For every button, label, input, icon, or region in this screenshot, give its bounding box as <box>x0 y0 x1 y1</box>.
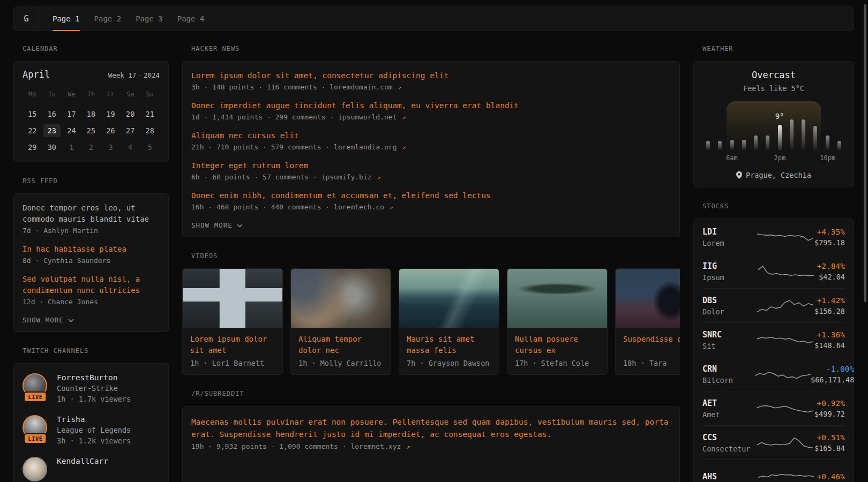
calendar-day: 27 <box>121 122 140 139</box>
stock-name: Ipsum <box>702 273 755 282</box>
calendar-day-header: We <box>62 91 81 106</box>
calendar-day: 26 <box>101 122 121 139</box>
stock-change: +2.84% <box>817 262 845 270</box>
calendar-day-header: Su <box>140 91 160 106</box>
weather-bar <box>790 119 794 150</box>
app-logo: G <box>14 7 39 31</box>
video-card[interactable]: Suspendisse diam 18h · Tara <box>615 268 680 375</box>
weather-bar <box>730 140 734 150</box>
avatar <box>23 457 47 481</box>
stock-ticker: AET <box>702 398 755 408</box>
external-link-icon: ↗ <box>406 443 410 450</box>
weather-bars: 9° <box>706 101 841 150</box>
avatar-wrapper: LIVE <box>23 373 48 398</box>
weather-bar <box>754 135 758 150</box>
stock-ticker: IIG <box>702 261 755 271</box>
video-card[interactable]: Lorem ipsum dolor sit amet consectetu… 1… <box>182 268 283 375</box>
calendar-day: 29 <box>23 139 42 155</box>
stock-row: AET Amet +0.92% $499.72 <box>702 391 845 425</box>
hn-item-title[interactable]: Integer eget rutrum lorem <box>191 160 671 171</box>
video-card[interactable]: Aliquam tempor dolor nec pharetra… 1h · … <box>290 268 391 375</box>
channel-name[interactable]: KendallCarr <box>57 457 108 465</box>
hour-tick-label: 10pm <box>820 154 835 162</box>
calendar-month: April <box>23 69 50 80</box>
weather-section: WEATHER Overcast Feels like 5°C <box>693 45 854 187</box>
stock-price: $795.18 <box>814 238 845 247</box>
rss-show-more-button[interactable]: SHOW MORE <box>23 316 160 324</box>
top-navigation-bar: G Page 1 Page 2 Page 3 Page 4 <box>13 6 854 31</box>
channel-category: Counter-Strike <box>57 384 131 393</box>
calendar-day: 2 <box>81 139 101 155</box>
stock-sparkline <box>755 262 817 281</box>
video-title[interactable]: Suspendisse diam <box>623 334 680 356</box>
channel-name[interactable]: ForrestBurton <box>57 373 131 382</box>
twitch-channel-row[interactable]: LIVE Trisha League of Legends 3h · 1.2k … <box>23 415 160 445</box>
weather-bar <box>813 126 817 150</box>
videos-row: Lorem ipsum dolor sit amet consectetu… 1… <box>182 268 680 375</box>
stock-sparkline <box>755 296 814 315</box>
hacker-news-items: Lorem ipsum dolor sit amet, consectetur … <box>191 70 671 211</box>
stock-name: Consectetur <box>702 445 755 453</box>
calendar-day: 22 <box>23 122 42 139</box>
stock-name: Amet <box>702 410 755 419</box>
rss-item-title[interactable]: Donec tempor eros leo, ut commodo mauris… <box>23 202 160 225</box>
page-tab[interactable]: Page 1 <box>53 7 80 31</box>
video-card[interactable]: Nullam posuere cursus ex 17h · Stefan Co… <box>507 268 608 375</box>
rss-item: In hac habitasse platea 8d · Cynthia Sau… <box>23 244 160 265</box>
video-title[interactable]: Lorem ipsum dolor sit amet consectetu… <box>190 334 275 356</box>
video-title[interactable]: Nullam posuere cursus ex <box>515 334 600 356</box>
page-tab[interactable]: Page 2 <box>94 7 122 31</box>
weather-bar-slot <box>754 135 758 150</box>
live-badge: LIVE <box>24 391 47 402</box>
stock-change: +4.35% <box>814 228 845 236</box>
page-tab-label: Page 4 <box>177 14 205 23</box>
stock-row: DBS Dolor +1.42% $156.28 <box>702 288 845 322</box>
subreddit-post-title[interactable]: Maecenas mollis pulvinar erat non posuer… <box>191 416 671 441</box>
calendar-day: 4 <box>121 139 140 155</box>
stock-ticker: DBS <box>702 296 755 305</box>
twitch-channel-row[interactable]: LIVE KendallCarr <box>23 457 160 481</box>
calendar-days: 15 16 17 18 <box>23 106 160 155</box>
page-tabs: Page 1 Page 2 Page 3 Page 4 <box>39 7 219 31</box>
channel-name[interactable]: Trisha <box>57 415 131 424</box>
hn-show-more-button[interactable]: SHOW MORE <box>191 221 671 229</box>
stock-sparkline <box>755 365 811 384</box>
weather-bar-slot <box>802 119 805 150</box>
page: G Page 1 Page 2 Page 3 Page 4 <box>0 6 868 482</box>
rss-item-title[interactable]: Sed volutpat nulla nisl, a condimentum n… <box>23 274 160 296</box>
hn-item-title[interactable]: Lorem ipsum dolor sit amet, consectetur … <box>191 70 671 81</box>
weather-bar-slot <box>718 141 722 150</box>
video-thumbnail <box>183 269 282 328</box>
page-tab-label: Page 3 <box>136 14 163 23</box>
page-tab[interactable]: Page 3 <box>136 7 163 31</box>
twitch-section-label: TWITCH CHANNELS <box>23 347 169 355</box>
rss-item-title[interactable]: In hac habitasse platea <box>23 244 160 255</box>
stock-change: +0.51% <box>814 433 845 442</box>
weather-bar <box>837 141 841 150</box>
hn-item-title[interactable]: Donec imperdiet augue tincidunt felis al… <box>191 100 671 111</box>
chevron-down-icon <box>237 223 243 228</box>
hn-item-meta: 1d · 1,414 points · 299 comments · ipsum… <box>191 113 671 121</box>
video-title[interactable]: Aliquam tempor dolor nec pharetra… <box>298 334 383 356</box>
hn-item-title[interactable]: Donec enim nibh, condimentum et accumsan… <box>191 190 671 201</box>
calendar-day: 16 <box>42 106 62 122</box>
calendar-day-headers: MoTuWeThFrSaSu <box>23 91 160 106</box>
subreddit-post-meta: 19h · 9,932 points · 1,090 comments · lo… <box>191 442 671 450</box>
hacker-news-item: Donec imperdiet augue tincidunt felis al… <box>191 100 671 121</box>
page-tab[interactable]: Page 4 <box>177 7 205 31</box>
hn-item-title[interactable]: Aliquam nec cursus elit <box>191 130 671 141</box>
stock-price: $156.28 <box>814 307 845 315</box>
scrollbar-thumb[interactable] <box>864 4 866 302</box>
weather-hour-labels: 6am 2pm 10pm <box>706 154 841 163</box>
external-link-icon: ↗ <box>402 114 406 121</box>
video-title[interactable]: Mauris sit amet massa felis <box>407 334 491 356</box>
page-tab-label: Page 2 <box>94 14 122 23</box>
calendar-section: CALENDAR April Week 17·2024 MoTuWeThFrSa… <box>13 45 169 162</box>
stock-row: CRN Bitcorn -1.00% $66,171.48 <box>702 357 845 391</box>
stock-name: Lorem <box>702 239 755 247</box>
stock-name: Bitcorn <box>702 376 755 385</box>
video-card[interactable]: Mauris sit amet massa felis 7h · Grayson… <box>399 268 499 375</box>
twitch-channel-row[interactable]: LIVE ForrestBurton Counter-Strike 1h · 1… <box>23 373 160 403</box>
calendar-day: 18 <box>81 106 101 122</box>
calendar-day: 24 <box>62 122 81 139</box>
